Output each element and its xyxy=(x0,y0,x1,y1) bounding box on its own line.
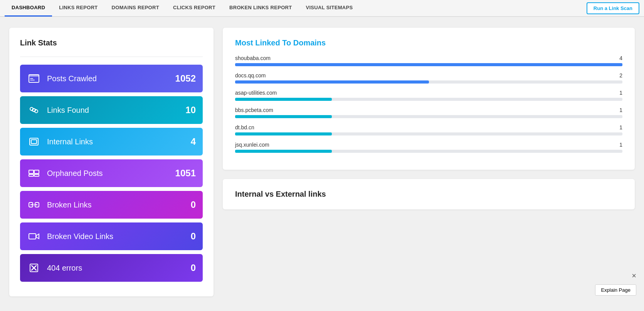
svg-rect-14 xyxy=(29,234,36,239)
broken-video-label: Broken Video Links xyxy=(47,232,191,241)
svg-rect-11 xyxy=(34,174,39,176)
stat-row-internal-links[interactable]: Internal Links 4 xyxy=(20,128,203,156)
domain-row-2: asap-utilities.com 1 xyxy=(235,90,622,101)
link-stats-card: Link Stats Posts Crawled 1052 xyxy=(9,28,214,296)
broken-video-icon xyxy=(27,229,41,243)
most-linked-title: Most Linked To Domains xyxy=(235,38,622,47)
posts-crawled-label: Posts Crawled xyxy=(47,74,175,83)
domain-name-5: jsq.xunlei.com xyxy=(235,142,269,148)
progress-bg-5 xyxy=(235,150,622,153)
tab-clicks-report[interactable]: CLICKS REPORT xyxy=(166,0,222,17)
domain-count-4: 1 xyxy=(619,124,622,130)
progress-bg-3 xyxy=(235,115,622,118)
broken-video-value: 0 xyxy=(191,231,196,242)
links-found-label: Links Found xyxy=(47,106,185,115)
stat-row-broken-links[interactable]: Broken Links 0 xyxy=(20,191,203,219)
divider xyxy=(20,57,203,57)
most-linked-card: Most Linked To Domains shoubaba.com 4 do… xyxy=(223,28,635,170)
svg-rect-3 xyxy=(30,80,35,80)
main-content: Link Stats Posts Crawled 1052 xyxy=(0,17,644,307)
domain-row-4: dt.bd.cn 1 xyxy=(235,124,622,135)
most-linked-title-prefix: Most Linked To xyxy=(235,38,293,47)
tab-domains-report[interactable]: DOMAINS REPORT xyxy=(105,0,166,17)
links-found-value: 10 xyxy=(185,105,196,115)
domain-row-0: shoubaba.com 4 xyxy=(235,55,622,66)
domain-count-0: 4 xyxy=(619,55,622,61)
link-stats-title: Link Stats xyxy=(20,38,203,47)
nav-bar: DASHBOARD LINKS REPORT DOMAINS REPORT CL… xyxy=(0,0,644,17)
domain-name-2: asap-utilities.com xyxy=(235,90,277,96)
links-found-icon xyxy=(27,103,41,117)
domain-count-3: 1 xyxy=(619,107,622,113)
progress-fill-0 xyxy=(235,63,622,66)
domain-name-4: dt.bd.cn xyxy=(235,124,254,130)
progress-fill-4 xyxy=(235,132,332,135)
progress-bg-0 xyxy=(235,63,622,66)
orphaned-posts-icon xyxy=(27,166,41,180)
stat-row-orphaned-posts[interactable]: Orphaned Posts 1051 xyxy=(20,159,203,187)
right-column: Most Linked To Domains shoubaba.com 4 do… xyxy=(223,28,635,209)
domain-name-1: docs.qq.com xyxy=(235,72,266,79)
internal-links-icon xyxy=(27,135,41,149)
progress-fill-3 xyxy=(235,115,332,118)
broken-links-value: 0 xyxy=(191,199,196,210)
404-label: 404 errors xyxy=(47,264,191,273)
domain-row-1: docs.qq.com 2 xyxy=(235,72,622,84)
domain-count-2: 1 xyxy=(619,90,622,96)
internal-external-card: Internal vs External links xyxy=(223,179,635,209)
close-button[interactable]: × xyxy=(632,271,636,280)
progress-fill-1 xyxy=(235,80,429,84)
404-value: 0 xyxy=(191,263,196,273)
svg-rect-7 xyxy=(31,140,37,144)
svg-rect-9 xyxy=(34,170,39,174)
404-icon xyxy=(27,261,41,275)
tab-links-report[interactable]: LINKS REPORT xyxy=(52,0,104,17)
tab-broken-links-report[interactable]: BROKEN LINKS REPORT xyxy=(222,0,299,17)
orphaned-posts-value: 1051 xyxy=(175,168,196,179)
domain-row-3: bbs.pcbeta.com 1 xyxy=(235,107,622,118)
domain-row-5: jsq.xunlei.com 1 xyxy=(235,142,622,153)
progress-bg-4 xyxy=(235,132,622,135)
svg-rect-8 xyxy=(29,170,34,174)
explain-page-button[interactable]: Explain Page xyxy=(595,284,636,296)
broken-links-label: Broken Links xyxy=(47,201,191,209)
tab-visual-sitemaps[interactable]: VISUAL SITEMAPS xyxy=(299,0,360,17)
progress-bg-1 xyxy=(235,80,622,84)
posts-crawled-value: 1052 xyxy=(175,73,196,84)
posts-crawled-icon xyxy=(27,72,41,85)
stat-row-404[interactable]: 404 errors 0 xyxy=(20,254,203,282)
progress-bg-2 xyxy=(235,98,622,101)
svg-rect-2 xyxy=(30,78,33,79)
progress-fill-2 xyxy=(235,98,332,101)
domain-name-0: shoubaba.com xyxy=(235,55,271,61)
progress-fill-5 xyxy=(235,150,332,153)
broken-links-icon xyxy=(27,198,41,212)
stat-row-posts-crawled[interactable]: Posts Crawled 1052 xyxy=(20,65,203,92)
domain-count-1: 2 xyxy=(619,72,622,79)
internal-links-label: Internal Links xyxy=(47,137,191,146)
orphaned-posts-label: Orphaned Posts xyxy=(47,169,175,178)
stat-row-broken-video[interactable]: Broken Video Links 0 xyxy=(20,222,203,250)
internal-links-value: 4 xyxy=(191,136,196,147)
svg-rect-1 xyxy=(29,75,39,77)
svg-rect-10 xyxy=(29,174,34,176)
domain-count-5: 1 xyxy=(619,142,622,148)
internal-external-title: Internal vs External links xyxy=(235,190,622,199)
tab-dashboard[interactable]: DASHBOARD xyxy=(5,0,52,17)
run-scan-button[interactable]: Run a Link Scan xyxy=(587,2,639,14)
domain-name-3: bbs.pcbeta.com xyxy=(235,107,273,113)
stat-row-links-found[interactable]: Links Found 10 xyxy=(20,96,203,124)
most-linked-title-highlight: Domains xyxy=(293,38,326,47)
